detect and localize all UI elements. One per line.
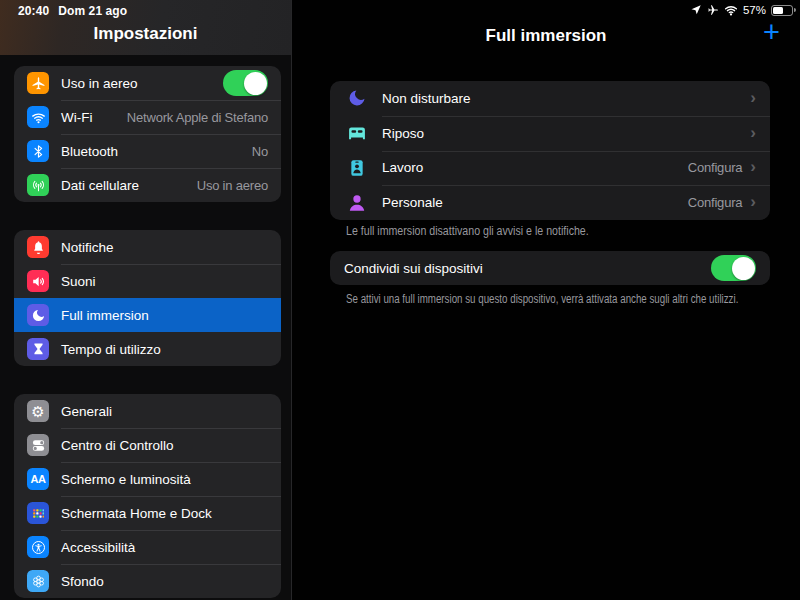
sidebar-item-label: Wi-Fi [61,110,92,125]
chevron-right-icon: › [750,193,756,210]
sidebar-item-bluetooth[interactable]: BluetoothNo [14,134,281,168]
sidebar-item-full-immersion[interactable]: Full immersion [14,298,281,332]
sidebar-item-label: Schermo e luminosità [61,472,191,487]
bluetooth-icon [27,140,49,162]
focus-footer: Le full immersion disattivano gli avvisi… [346,224,589,238]
focus-item-value: Configura [688,160,743,175]
sidebar-item-label: Sfondo [61,574,104,589]
share-footer: Se attivi una full immersion su questo d… [346,292,738,306]
share-across-devices-row: Condividi sui dispositivi [330,251,770,285]
status-bar-right: 57% [690,3,793,17]
toggle-knob [732,257,755,280]
status-bar-left: 20:40 Dom 21 ago [18,4,127,18]
wallpaper-icon [27,570,49,592]
moon-icon [27,304,49,326]
focus-item-riposo[interactable]: Riposo› [330,116,770,151]
focus-item-label: Riposo [382,126,424,141]
sidebar-item-accessibilita[interactable]: Accessibilità [14,530,281,564]
sidebar-groups: Uso in aereoWi-FiNetwork Apple di Stefan… [14,66,281,600]
wifi-status-icon [724,3,738,17]
sidebar-item-dati-cellulare[interactable]: Dati cellulareUso in aereo [14,168,281,202]
sidebar-item-label: Tempo di utilizzo [61,342,161,357]
battery-percent: 57% [743,4,766,16]
sidebar-item-label: Uso in aereo [61,76,138,91]
focus-item-label: Lavoro [382,160,423,175]
gear-icon: ⚙ [27,400,49,422]
sidebar-item-centro-di-controllo[interactable]: Centro di Controllo [14,428,281,462]
person-icon [344,193,369,213]
sidebar-item-wi-fi[interactable]: Wi-FiNetwork Apple di Stefano [14,100,281,134]
share-label: Condividi sui dispositivi [344,261,483,276]
sidebar-item-value: No [252,144,268,159]
bell-icon [27,236,49,258]
sidebar-item-tempo-di-utilizzo[interactable]: Tempo di utilizzo [14,332,281,366]
sidebar-item-suoni[interactable]: Suoni [14,264,281,298]
focus-item-lavoro[interactable]: LavoroConfigura› [330,151,770,186]
sidebar-item-sfondo[interactable]: Sfondo [14,564,281,598]
sidebar-item-label: Suoni [61,274,96,289]
sidebar: 20:40 Dom 21 ago Impostazioni Uso in aer… [0,0,292,600]
focus-item-non-disturbare[interactable]: Non disturbare› [330,81,770,116]
share-across-devices-toggle[interactable] [711,255,756,281]
add-focus-button[interactable]: + [763,18,780,47]
focus-item-accessory: Configura› [688,159,756,176]
focus-item-accessory: Configura› [688,194,756,211]
airplane-icon [27,72,49,94]
sidebar-group-3: ⚙GeneraliCentro di ControlloAASchermo e … [14,394,281,598]
hourglass-icon [27,338,49,360]
sidebar-item-schermo-e-luminosita[interactable]: AASchermo e luminosità [14,462,281,496]
focus-list: Non disturbare›Riposo›LavoroConfigura›Pe… [330,81,770,220]
focus-item-label: Non disturbare [382,91,471,106]
badge-icon [344,158,369,178]
sidebar-item-label: Schermata Home e Dock [61,506,212,521]
battery-fill [773,7,783,14]
uso-in-aereo-toggle[interactable] [223,70,268,96]
sidebar-group-1: Uso in aereoWi-FiNetwork Apple di Stefan… [14,66,281,202]
sidebar-item-label: Full immersion [61,308,149,323]
sidebar-item-value: Uso in aereo [197,178,268,193]
status-date: Dom 21 ago [58,4,127,18]
cellular-icon [27,174,49,196]
focus-item-label: Personale [382,195,443,210]
moon-icon [344,88,369,108]
accessibility-icon [27,536,49,558]
sidebar-item-schermata-home-e-dock[interactable]: Schermata Home e Dock [14,496,281,530]
sidebar-item-uso-in-aereo[interactable]: Uso in aereo [14,66,281,100]
status-time: 20:40 [18,4,49,18]
toggle-knob [244,72,267,95]
sidebar-item-label: Dati cellulare [61,178,139,193]
bed-icon [344,123,369,143]
sidebar-item-notifiche[interactable]: Notifiche [14,230,281,264]
chevron-right-icon: › [750,158,756,175]
sidebar-item-generali[interactable]: ⚙Generali [14,394,281,428]
focus-item-personale[interactable]: PersonaleConfigura› [330,185,770,220]
focus-item-value: Configura [688,195,743,210]
chevron-right-icon: › [750,123,756,140]
home-screen-icon [27,502,49,524]
display-icon: AA [27,468,49,490]
sidebar-item-value: Network Apple di Stefano [127,110,268,125]
wifi-icon [27,106,49,128]
sidebar-item-label: Bluetooth [61,144,118,159]
ipad-settings-screen: 20:40 Dom 21 ago Impostazioni Uso in aer… [0,0,800,600]
detail-pane: 57% Full immersion + Non disturbare›Ripo… [292,0,800,600]
chevron-right-icon: › [750,88,756,105]
sidebar-item-label: Generali [61,404,112,419]
focus-item-accessory: › [750,125,756,142]
location-icon [690,4,702,16]
speaker-icon [27,270,49,292]
battery-cap [794,8,796,12]
sidebar-group-2: NotificheSuoniFull immersionTempo di uti… [14,230,281,366]
sidebar-item-label: Accessibilità [61,540,135,555]
sidebar-item-label: Centro di Controllo [61,438,174,453]
page-title: Full immersion [292,26,800,46]
airplane-mode-status-icon [707,4,719,16]
control-center-icon [27,434,49,456]
battery-icon [771,5,793,16]
sidebar-item-label: Notifiche [61,240,114,255]
focus-item-accessory: › [750,90,756,107]
settings-title: Impostazioni [0,24,291,44]
